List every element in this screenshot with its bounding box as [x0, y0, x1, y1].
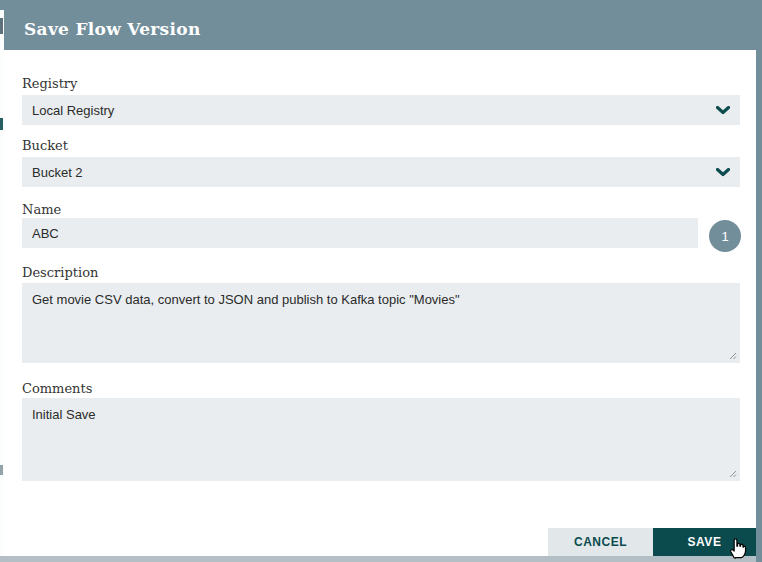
name-input[interactable]: [22, 218, 698, 248]
bucket-select[interactable]: Bucket 2: [22, 157, 740, 187]
registry-selected-value: Local Registry: [32, 103, 114, 118]
background-speck: [0, 465, 3, 475]
background-speck: [0, 18, 3, 34]
comments-label: Comments: [22, 381, 92, 396]
comments-textarea-wrap: Initial Save: [22, 398, 740, 481]
background-speck: [0, 118, 3, 130]
description-label: Description: [22, 265, 98, 280]
cancel-button[interactable]: CANCEL: [548, 528, 653, 556]
description-textarea-wrap: Get movie CSV data, convert to JSON and …: [22, 283, 740, 363]
save-flow-version-dialog: Save Flow Version Registry Local Registr…: [4, 8, 756, 556]
dialog-title: Save Flow Version: [24, 19, 201, 39]
bucket-label: Bucket: [22, 138, 68, 153]
comments-textarea[interactable]: Initial Save: [22, 398, 740, 481]
registry-label: Registry: [22, 76, 77, 91]
registry-select[interactable]: Local Registry: [22, 95, 740, 125]
save-button[interactable]: SAVE: [653, 528, 756, 556]
resize-handle-icon[interactable]: [727, 350, 737, 360]
resize-handle-icon[interactable]: [727, 468, 737, 478]
bucket-selected-value: Bucket 2: [32, 165, 83, 180]
name-badge: 1: [709, 220, 741, 252]
name-label: Name: [22, 202, 61, 217]
chevron-down-icon: [716, 168, 730, 177]
background-bottom-strip: [0, 556, 756, 562]
chevron-down-icon: [716, 106, 730, 115]
dialog-header: Save Flow Version: [4, 8, 756, 50]
description-textarea[interactable]: Get movie CSV data, convert to JSON and …: [22, 283, 740, 363]
